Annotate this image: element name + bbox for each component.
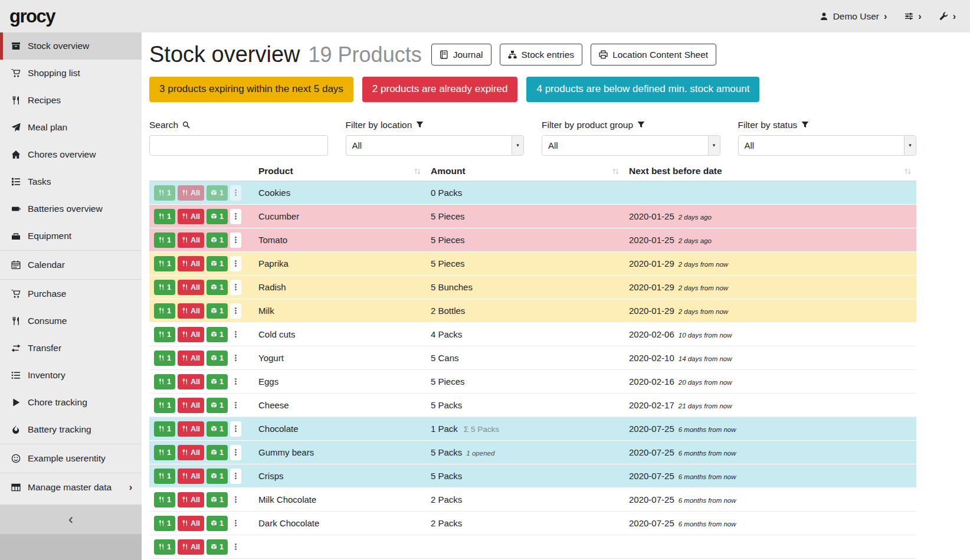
row-menu-button[interactable] — [230, 421, 241, 437]
consume-all-button[interactable]: All — [178, 516, 204, 531]
open-one-button[interactable]: 1 — [207, 280, 228, 295]
sort-icon[interactable] — [904, 168, 912, 176]
row-menu-button[interactable] — [230, 445, 241, 460]
open-one-button[interactable]: 1 — [207, 232, 228, 248]
open-one-button[interactable]: 1 — [207, 445, 228, 460]
sidebar-item-inventory[interactable]: Inventory — [0, 362, 142, 389]
open-one-button[interactable]: 1 — [207, 351, 228, 366]
sort-icon[interactable] — [612, 168, 620, 176]
consume-all-button[interactable]: All — [178, 445, 204, 460]
consume-all-button[interactable]: All — [178, 256, 204, 271]
sidebar-item-calendar[interactable]: Calendar — [0, 251, 142, 279]
sidebar-item-recipes[interactable]: Recipes — [0, 87, 142, 114]
consume-one-button[interactable]: 1 — [154, 374, 175, 389]
consume-all-button[interactable]: All — [178, 280, 204, 295]
consume-all-button[interactable]: All — [178, 209, 204, 224]
expiring-alert[interactable]: 3 products expiring within the next 5 da… — [149, 77, 353, 102]
column-header-product[interactable]: Product — [254, 163, 426, 181]
consume-all-button[interactable]: All — [178, 492, 204, 507]
row-menu-button[interactable] — [230, 351, 241, 366]
sidebar-item-chore-tracking[interactable]: Chore tracking — [0, 389, 142, 416]
search-input[interactable] — [149, 135, 328, 156]
open-one-button[interactable]: 1 — [207, 303, 228, 319]
location-content-sheet-button[interactable]: Location Content Sheet — [591, 44, 716, 66]
below-min-stock-alert[interactable]: 4 products are below defined min. stock … — [526, 77, 759, 102]
consume-all-button[interactable]: All — [178, 327, 204, 342]
consume-one-button[interactable]: 1 — [154, 421, 175, 437]
sidebar-item-purchase[interactable]: Purchase — [0, 280, 142, 307]
open-one-button[interactable]: 1 — [207, 492, 228, 507]
sidebar-item-battery-tracking[interactable]: Battery tracking — [0, 416, 142, 443]
consume-all-button[interactable]: All — [178, 232, 204, 248]
product-group-filter-select[interactable]: All — [542, 135, 720, 156]
consume-one-button[interactable]: 1 — [154, 469, 175, 484]
sidebar-item-example-userentity[interactable]: Example userentity — [0, 445, 142, 472]
consume-one-button[interactable]: 1 — [154, 327, 175, 342]
row-menu-button[interactable] — [230, 256, 241, 271]
open-one-button[interactable]: 1 — [207, 256, 228, 271]
status-filter-select[interactable]: All — [738, 135, 917, 156]
sidebar-item-manage-master-data[interactable]: Manage master data › — [0, 474, 142, 501]
consume-one-button[interactable]: 1 — [154, 303, 175, 319]
row-menu-button[interactable] — [230, 539, 241, 555]
user-menu[interactable]: Demo User › — [820, 11, 887, 22]
row-menu-button[interactable] — [230, 516, 241, 531]
consume-one-button[interactable]: 1 — [154, 232, 175, 248]
open-one-button[interactable]: 1 — [207, 327, 228, 342]
sidebar-item-batteries-overview[interactable]: Batteries overview — [0, 195, 142, 222]
sort-icon[interactable] — [414, 168, 421, 176]
consume-all-button[interactable]: All — [178, 185, 204, 201]
row-menu-button[interactable] — [230, 209, 241, 224]
location-filter-select[interactable]: All — [346, 135, 525, 156]
sidebar-item-shopping-list[interactable]: Shopping list — [0, 60, 142, 87]
open-one-button[interactable]: 1 — [207, 374, 228, 389]
row-menu-button[interactable] — [230, 280, 241, 295]
consume-all-button[interactable]: All — [178, 421, 204, 437]
admin-menu[interactable]: › — [939, 12, 956, 21]
sidebar-item-transfer[interactable]: Transfer — [0, 335, 142, 362]
open-one-button[interactable]: 1 — [207, 209, 228, 224]
consume-all-button[interactable]: All — [178, 398, 204, 413]
row-menu-button[interactable] — [230, 303, 241, 319]
options-menu[interactable]: › — [905, 12, 921, 21]
row-menu-button[interactable] — [230, 469, 241, 484]
sidebar-item-meal-plan[interactable]: Meal plan — [0, 114, 142, 141]
expired-alert[interactable]: 2 products are already expired — [362, 77, 518, 102]
sidebar-item-tasks[interactable]: Tasks — [0, 168, 142, 195]
consume-one-button[interactable]: 1 — [154, 492, 175, 507]
open-one-button[interactable]: 1 — [207, 469, 228, 484]
sidebar-item-chores-overview[interactable]: Chores overview — [0, 141, 142, 168]
consume-one-button[interactable]: 1 — [154, 351, 175, 366]
consume-one-button[interactable]: 1 — [154, 445, 175, 460]
open-one-button[interactable]: 1 — [207, 185, 228, 201]
sidebar-item-consume[interactable]: Consume — [0, 307, 142, 335]
row-menu-button[interactable] — [230, 492, 241, 507]
stock-entries-button[interactable]: Stock entries — [500, 44, 583, 66]
column-header-date[interactable]: Next best before date — [624, 163, 916, 181]
sidebar-collapse-button[interactable]: ‹ — [0, 505, 142, 534]
row-menu-button[interactable] — [230, 185, 241, 201]
consume-one-button[interactable]: 1 — [154, 516, 175, 531]
consume-one-button[interactable]: 1 — [154, 209, 175, 224]
row-menu-button[interactable] — [230, 398, 241, 413]
consume-one-button[interactable]: 1 — [154, 256, 175, 271]
consume-all-button[interactable]: All — [178, 469, 204, 484]
consume-all-button[interactable]: All — [178, 351, 204, 366]
sidebar-item-stock-overview[interactable]: Stock overview — [0, 32, 142, 60]
consume-one-button[interactable]: 1 — [154, 539, 175, 555]
consume-one-button[interactable]: 1 — [154, 280, 175, 295]
open-one-button[interactable]: 1 — [207, 421, 228, 437]
open-one-button[interactable]: 1 — [207, 516, 228, 531]
open-one-button[interactable]: 1 — [207, 539, 228, 555]
consume-all-button[interactable]: All — [178, 374, 204, 389]
open-one-button[interactable]: 1 — [207, 398, 228, 413]
journal-button[interactable]: Journal — [431, 44, 491, 66]
sidebar-item-equipment[interactable]: Equipment — [0, 222, 142, 250]
consume-all-button[interactable]: All — [178, 303, 204, 319]
column-header-amount[interactable]: Amount — [426, 163, 624, 181]
row-menu-button[interactable] — [230, 374, 241, 389]
app-logo[interactable]: grocy — [9, 6, 55, 27]
consume-all-button[interactable]: All — [178, 539, 204, 555]
consume-one-button[interactable]: 1 — [154, 398, 175, 413]
consume-one-button[interactable]: 1 — [154, 185, 175, 201]
